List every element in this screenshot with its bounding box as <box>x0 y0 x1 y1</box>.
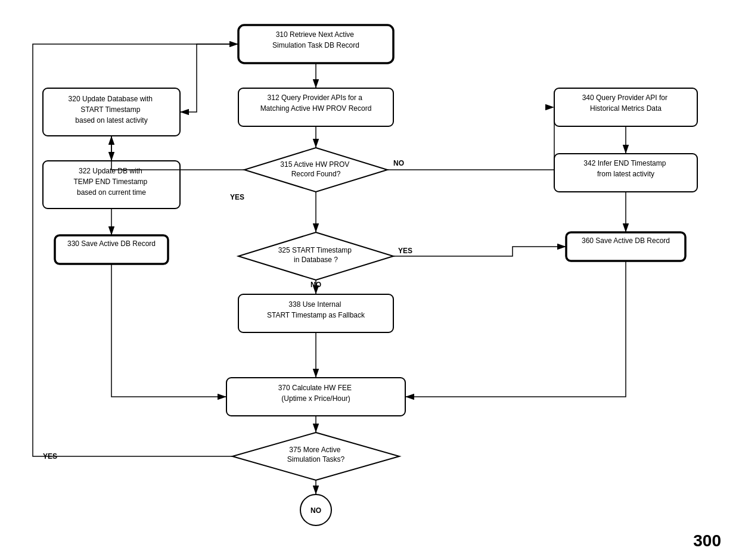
node-330-label: 330 Save Active DB Record <box>67 239 156 248</box>
node-360-label: 360 Save Active DB Record <box>582 237 670 245</box>
node-end-label: NO <box>310 506 321 515</box>
label-no-315: NO <box>393 159 404 167</box>
label-yes-315: YES <box>230 193 244 201</box>
arrow-325-yes-360 <box>393 247 566 256</box>
node-322-label: 322 Update DB with TEMP END Timestamp ba… <box>73 167 149 197</box>
page-number: 300 <box>693 531 721 550</box>
label-yes-325: YES <box>398 247 412 255</box>
arrow-315-no-340 <box>387 107 554 170</box>
node-320-label: 320 Update Database with START Timestamp… <box>69 95 155 125</box>
arrow-330-370 <box>111 264 226 397</box>
arrow-310-320 <box>180 44 238 112</box>
arrow-360-370 <box>405 261 626 397</box>
